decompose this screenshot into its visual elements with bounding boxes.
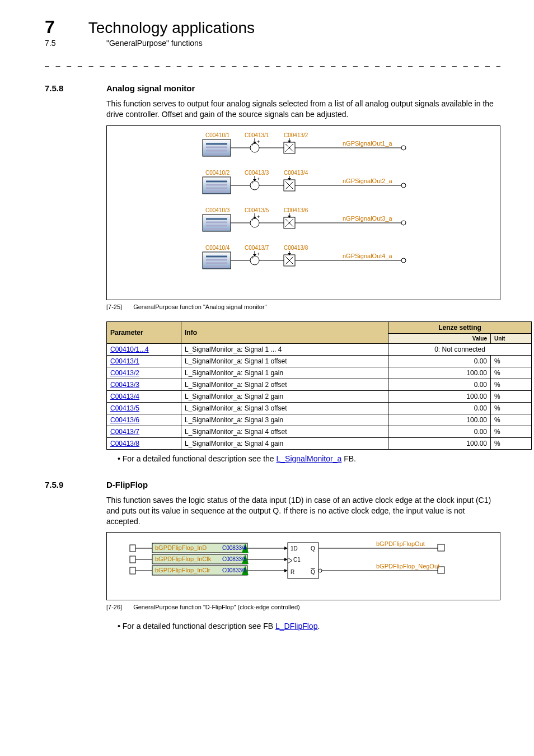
- svg-point-129: [318, 569, 322, 572]
- svg-rect-108: [130, 567, 135, 574]
- svg-text:C00413/8: C00413/8: [284, 245, 308, 251]
- figure-7-26: bGPDFlipFlop_InD C00833/4 bGPDFlipFlop_I…: [106, 532, 500, 600]
- svg-text:C00410/3: C00410/3: [205, 207, 230, 213]
- figure-tag: [7-25]: [106, 304, 122, 310]
- svg-text:+: +: [251, 255, 254, 260]
- table-row: C00413/1 L_SignalMonitor_a: Signal 1 off…: [107, 355, 532, 367]
- svg-text:C00413/1: C00413/1: [245, 132, 269, 138]
- section-title: "GeneralPurpose" functions: [106, 39, 203, 48]
- svg-text:bGPDFlipFlop_InClr: bGPDFlipFlop_InClr: [155, 567, 210, 573]
- subsection-number: 7.5.9: [45, 480, 78, 489]
- table-row: C00413/8 L_SignalMonitor_a: Signal 4 gai…: [107, 437, 532, 449]
- svg-text:Q: Q: [311, 569, 315, 575]
- svg-point-90: [401, 258, 406, 263]
- param-link[interactable]: C00410/1...4: [110, 346, 149, 353]
- table-row: C00413/4 L_SignalMonitor_a: Signal 2 gai…: [107, 390, 532, 402]
- svg-point-44: [401, 183, 406, 188]
- svg-text:Q: Q: [311, 545, 315, 552]
- param-link[interactable]: C00413/2: [110, 369, 139, 377]
- chapter-number: 7: [45, 17, 55, 38]
- section-number: 7.5: [45, 39, 73, 48]
- figure-caption: GeneralPurpose function "D-FlipFlop" (cl…: [133, 604, 300, 610]
- table-row: C00413/5 L_SignalMonitor_a: Signal 3 off…: [107, 402, 532, 414]
- note-line: • For a detailed functional description …: [118, 622, 500, 631]
- svg-text:C00413/4: C00413/4: [284, 170, 308, 176]
- table-row: C00410/1...4 L_SignalMonitor_a: Signal 1…: [107, 343, 532, 355]
- svg-text:C1: C1: [293, 557, 301, 563]
- svg-rect-92: [130, 545, 135, 552]
- svg-rect-100: [130, 556, 135, 563]
- subsection-number: 7.5.8: [45, 83, 78, 93]
- paragraph: This function saves the logic status of …: [106, 495, 500, 527]
- svg-text:C00413/7: C00413/7: [245, 245, 269, 251]
- table-row: C00413/3 L_SignalMonitor_a: Signal 2 off…: [107, 379, 532, 390]
- svg-text:bGPDFlipFlop_NegOut: bGPDFlipFlop_NegOut: [376, 563, 439, 570]
- svg-marker-107: [284, 558, 288, 561]
- svg-text:nGPSignalOut3_a: nGPSignalOut3_a: [343, 215, 393, 222]
- note-line: • For a detailed functional description …: [118, 454, 500, 463]
- svg-text:+: +: [251, 217, 254, 223]
- th-setting: Lenze setting: [388, 321, 532, 333]
- subsection-title: D-FlipFlop: [106, 480, 148, 489]
- th-value: Value: [388, 333, 491, 343]
- svg-text:C00833/6: C00833/6: [222, 567, 247, 573]
- svg-text:C00413/2: C00413/2: [284, 132, 308, 138]
- svg-text:C00413/3: C00413/3: [245, 170, 269, 176]
- th-info: Info: [181, 321, 388, 343]
- svg-text:+: +: [257, 251, 260, 257]
- svg-text:C00410/4: C00410/4: [205, 245, 230, 251]
- th-parameter: Parameter: [107, 321, 181, 343]
- figure-7-25: C00410/1 C00413/1 C00413/2 + +: [106, 125, 500, 300]
- svg-text:bGPDFlipFlopOut: bGPDFlipFlopOut: [376, 540, 425, 547]
- svg-text:C00413/5: C00413/5: [245, 207, 269, 213]
- svg-text:C00833/5: C00833/5: [222, 556, 247, 562]
- th-unit: Unit: [491, 333, 532, 343]
- svg-text:C00410/2: C00410/2: [205, 170, 230, 176]
- svg-text:R: R: [291, 569, 294, 575]
- svg-marker-115: [284, 569, 288, 572]
- param-link[interactable]: C00413/8: [110, 440, 139, 447]
- param-link[interactable]: C00413/7: [110, 428, 139, 436]
- svg-text:C00833/4: C00833/4: [222, 545, 247, 551]
- svg-text:C00413/6: C00413/6: [284, 207, 308, 213]
- table-row: C00413/7 L_SignalMonitor_a: Signal 4 off…: [107, 426, 532, 437]
- svg-text:1D: 1D: [291, 545, 298, 552]
- svg-rect-124: [438, 544, 444, 551]
- separator: _ _ _ _ _ _ _ _ _ _ _ _ _ _ _ _ _ _ _ _ …: [45, 58, 500, 67]
- svg-text:bGPDFlipFlop_InD: bGPDFlipFlop_InD: [155, 544, 207, 551]
- svg-point-21: [401, 146, 406, 150]
- param-link[interactable]: C00413/5: [110, 404, 139, 412]
- svg-marker-99: [284, 547, 288, 550]
- svg-text:nGPSignalOut2_a: nGPSignalOut2_a: [343, 178, 393, 184]
- parameter-table: Parameter Info Lenze setting Value Unit …: [106, 321, 532, 450]
- param-link[interactable]: C00413/1: [110, 357, 139, 365]
- svg-text:+: +: [251, 142, 254, 148]
- svg-text:nGPSignalOut4_a: nGPSignalOut4_a: [343, 253, 393, 259]
- paragraph: This function serves to output four anal…: [106, 99, 500, 120]
- svg-text:+: +: [257, 139, 260, 144]
- param-link[interactable]: C00413/6: [110, 416, 139, 424]
- svg-text:nGPSignalOut1_a: nGPSignalOut1_a: [343, 140, 393, 147]
- table-row: C00413/6 L_SignalMonitor_a: Signal 3 gai…: [107, 414, 532, 426]
- figure-tag: [7-26]: [106, 604, 122, 610]
- chapter-title: Technology applications: [88, 19, 255, 37]
- param-link[interactable]: C00413/3: [110, 381, 139, 389]
- svg-point-67: [401, 221, 406, 225]
- figure-caption: GeneralPurpose function "Analog signal m…: [133, 304, 266, 310]
- svg-text:bGPDFlipFlop_InClk: bGPDFlipFlop_InClk: [155, 556, 212, 562]
- link-signalmonitor[interactable]: L_SignalMonitor_a: [277, 454, 342, 463]
- svg-text:C00410/1: C00410/1: [205, 132, 230, 138]
- svg-text:+: +: [257, 214, 260, 220]
- param-link[interactable]: C00413/4: [110, 393, 139, 400]
- svg-text:+: +: [251, 180, 254, 185]
- table-row: C00413/2 L_SignalMonitor_a: Signal 1 gai…: [107, 367, 532, 379]
- subsection-title: Analog signal monitor: [106, 83, 195, 93]
- link-dflipflop[interactable]: L_DFlipFlop: [275, 622, 317, 631]
- svg-text:+: +: [257, 176, 260, 182]
